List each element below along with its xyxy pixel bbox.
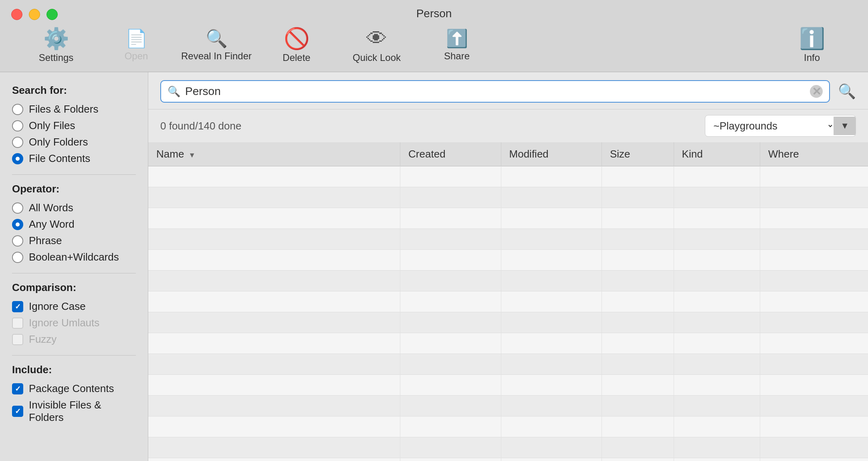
search-for-group: Files & FoldersOnly FilesOnly FoldersFil… — [12, 103, 136, 165]
table-cell — [760, 271, 868, 291]
table-cell — [602, 333, 674, 354]
table-row[interactable] — [148, 187, 868, 208]
radio-circle-file-contents — [12, 153, 23, 164]
table-cell — [674, 437, 760, 458]
table-cell — [148, 458, 400, 461]
table-cell — [602, 312, 674, 333]
location-select[interactable]: ~PlaygroundsHomeComputerExternal Disks — [705, 115, 834, 136]
table-cell — [602, 458, 674, 461]
checkbox-label-package-contents: Package Contents — [29, 382, 114, 395]
radio-item-only-files[interactable]: Only Files — [12, 119, 136, 132]
open-label: Open — [125, 51, 148, 62]
radio-item-files-folders[interactable]: Files & Folders — [12, 103, 136, 115]
radio-item-boolean-wildcards[interactable]: Boolean+Wildcards — [12, 251, 136, 263]
table-cell — [148, 375, 400, 396]
table-cell — [148, 333, 400, 354]
quick-look-button[interactable]: 👁 Quick Look — [337, 22, 417, 70]
radio-item-only-folders[interactable]: Only Folders — [12, 136, 136, 148]
info-label: Info — [804, 52, 820, 63]
table-row[interactable] — [148, 312, 868, 333]
table-row[interactable] — [148, 166, 868, 187]
search-clear-button[interactable]: ✕ — [810, 85, 823, 98]
divider-1 — [12, 174, 136, 175]
radio-item-any-word[interactable]: Any Word — [12, 218, 136, 230]
close-button[interactable] — [11, 9, 22, 20]
th-modified: Modified — [501, 142, 602, 166]
search-button[interactable]: 🔍 — [838, 83, 856, 100]
th-created: Created — [400, 142, 501, 166]
info-button[interactable]: ℹ️ Info — [772, 22, 852, 70]
table-row[interactable] — [148, 417, 868, 437]
radio-circle-files-folders — [12, 104, 23, 115]
table-cell — [760, 312, 868, 333]
table-cell — [602, 208, 674, 229]
table-row[interactable] — [148, 291, 868, 312]
checkbox-box-invisible-files — [12, 406, 23, 417]
checkbox-box-ignore-umlauts — [12, 317, 23, 329]
checkbox-box-package-contents — [12, 383, 23, 394]
delete-icon: 🚫 — [284, 28, 310, 49]
table-cell — [602, 229, 674, 250]
th-size: Size — [602, 142, 674, 166]
quick-look-icon: 👁 — [366, 28, 387, 49]
table-cell — [674, 312, 760, 333]
location-select-wrapper[interactable]: ~PlaygroundsHomeComputerExternal Disks ▼ — [705, 115, 856, 137]
table-cell — [501, 187, 602, 208]
radio-item-phrase[interactable]: Phrase — [12, 235, 136, 247]
table-cell — [501, 271, 602, 291]
table-cell — [148, 354, 400, 375]
table-cell — [400, 333, 501, 354]
divider-2 — [12, 273, 136, 273]
checkbox-label-invisible-files: Invisible Files & Folders — [29, 399, 136, 424]
table-cell — [760, 375, 868, 396]
table-cell — [674, 458, 760, 461]
minimize-button[interactable] — [29, 9, 40, 20]
radio-item-file-contents[interactable]: File Contents — [12, 152, 136, 165]
table-cell — [148, 271, 400, 291]
table-row[interactable] — [148, 333, 868, 354]
table-row[interactable] — [148, 271, 868, 291]
table-row[interactable] — [148, 229, 868, 250]
table-row[interactable] — [148, 458, 868, 461]
table-cell — [602, 187, 674, 208]
table-cell — [674, 375, 760, 396]
table-cell — [148, 291, 400, 312]
settings-button[interactable]: ⚙️ Settings — [16, 22, 96, 70]
table-row[interactable] — [148, 437, 868, 458]
reveal-in-finder-button[interactable]: 🔍 Reveal In Finder — [176, 22, 256, 70]
delete-button[interactable]: 🚫 Delete — [256, 22, 337, 70]
include-group: Package ContentsInvisible Files & Folder… — [12, 382, 136, 424]
th-name[interactable]: Name ▼ — [148, 142, 400, 166]
search-input[interactable] — [185, 85, 805, 98]
radio-label-any-word: Any Word — [29, 218, 75, 230]
radio-label-files-folders: Files & Folders — [29, 103, 98, 115]
table-row[interactable] — [148, 208, 868, 229]
table-row[interactable] — [148, 396, 868, 417]
radio-item-all-words[interactable]: All Words — [12, 202, 136, 214]
checkbox-item-invisible-files[interactable]: Invisible Files & Folders — [12, 399, 136, 424]
maximize-button[interactable] — [46, 9, 58, 20]
open-button[interactable]: 📄 Open — [96, 22, 176, 70]
table-cell — [602, 417, 674, 437]
checkbox-box-fuzzy — [12, 334, 23, 345]
search-input-wrapper[interactable]: 🔍 ✕ — [160, 80, 830, 103]
location-dropdown-button[interactable]: ▼ — [834, 117, 856, 135]
checkbox-item-package-contents[interactable]: Package Contents — [12, 382, 136, 395]
checkbox-item-fuzzy[interactable]: Fuzzy — [12, 333, 136, 346]
table-cell — [148, 437, 400, 458]
comparison-group: Ignore CaseIgnore UmlautsFuzzy — [12, 300, 136, 346]
table-cell — [602, 354, 674, 375]
table-row[interactable] — [148, 354, 868, 375]
checkbox-item-ignore-case[interactable]: Ignore Case — [12, 300, 136, 313]
table-cell — [602, 375, 674, 396]
radio-circle-phrase — [12, 235, 23, 247]
checkbox-label-ignore-case: Ignore Case — [29, 300, 86, 313]
table-cell — [501, 312, 602, 333]
share-button[interactable]: ⬆️ Share — [417, 22, 497, 70]
table-row[interactable] — [148, 375, 868, 396]
checkbox-item-ignore-umlauts[interactable]: Ignore Umlauts — [12, 317, 136, 329]
radio-label-boolean-wildcards: Boolean+Wildcards — [29, 251, 119, 263]
table-row[interactable] — [148, 250, 868, 271]
divider-3 — [12, 355, 136, 356]
sidebar: Search for: Files & FoldersOnly FilesOnl… — [0, 72, 148, 461]
